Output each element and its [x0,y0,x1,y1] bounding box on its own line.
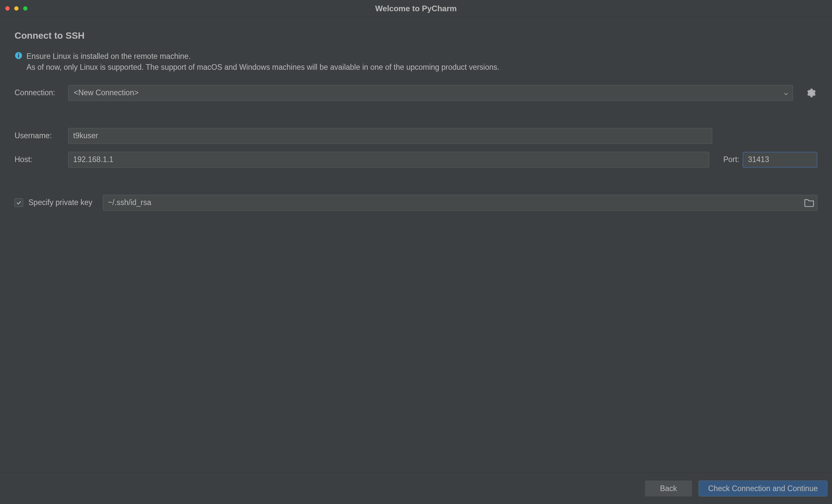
port-label: Port: [723,155,739,164]
back-button[interactable]: Back [645,480,692,496]
username-label: Username: [15,131,64,140]
chevron-down-icon [784,88,788,97]
port-wrap: Port: [723,152,817,168]
private-key-input[interactable] [103,195,817,211]
info-block: Ensure Linux is installed on the remote … [15,51,817,73]
content: Connect to SSH Ensure Linux is installed… [0,17,832,473]
folder-icon[interactable] [804,198,814,207]
username-input[interactable] [68,128,712,144]
svg-rect-2 [18,53,19,54]
check-icon [16,200,22,206]
port-input[interactable] [743,152,817,168]
username-row: Username: [15,128,817,144]
info-icon [15,52,23,59]
traffic-lights [0,6,27,10]
connection-row: Connection: <New Connection> [15,85,817,101]
host-row: Host: Port: [15,152,817,168]
private-key-checkbox-label[interactable]: Specify private key [28,198,92,207]
info-line-1: Ensure Linux is installed on the remote … [26,51,499,62]
host-label: Host: [15,155,64,164]
gear-icon[interactable] [806,88,815,97]
private-key-input-wrap [103,195,817,211]
titlebar: Welcome to PyCharm [0,0,832,17]
footer: Back Check Connection and Continue [0,473,832,504]
connection-label: Connection: [15,88,64,97]
private-key-row: Specify private key [15,195,817,211]
info-line-2: As of now, only Linux is supported. The … [26,62,499,73]
window-close-button[interactable] [5,6,9,10]
connection-value: <New Connection> [74,88,139,97]
window-maximize-button[interactable] [23,6,27,10]
host-input[interactable] [68,152,709,168]
check-connection-continue-button[interactable]: Check Connection and Continue [699,480,827,496]
window-title: Welcome to PyCharm [375,4,457,13]
connection-dropdown[interactable]: <New Connection> [68,85,793,101]
window-minimize-button[interactable] [14,6,19,10]
page-title: Connect to SSH [15,30,817,41]
private-key-checkbox[interactable] [15,198,23,207]
info-text: Ensure Linux is installed on the remote … [26,51,499,73]
svg-rect-1 [18,55,19,58]
